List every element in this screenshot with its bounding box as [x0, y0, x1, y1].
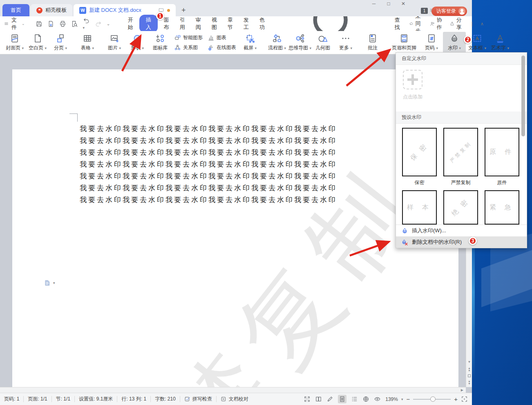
menu-item-insert-watermark[interactable]: 插入水印(W)...: [396, 225, 527, 236]
ribbon-button-分页[interactable]: 分页 ▾: [49, 32, 72, 53]
ribbon-button-水印[interactable]: 水印 ▾2: [443, 32, 466, 53]
ribbon-button-思维导图[interactable]: 思维导图 ▾: [288, 32, 311, 53]
view-mode-outline[interactable]: [351, 396, 358, 403]
preset-thumbnail[interactable]: 严禁复制: [443, 128, 478, 176]
status-item[interactable]: 节: 1/1: [56, 396, 70, 403]
print-button[interactable]: [59, 20, 66, 27]
status-item[interactable]: 页面: 1/1: [28, 396, 47, 403]
preset-grid-row2: 样 本绝 密紧 急: [396, 186, 527, 225]
view-mode-eye-protection[interactable]: [374, 396, 381, 403]
close-button[interactable]: ✕: [400, 1, 407, 7]
undo-button[interactable]: ▾: [83, 17, 90, 30]
divider: [51, 396, 52, 402]
ribbon-tab-插入[interactable]: 插入1: [139, 15, 158, 33]
proofread-button[interactable]: 文档校对: [221, 396, 248, 403]
view-mode-two-page[interactable]: [315, 396, 322, 403]
document-page[interactable]: 严禁复制 我要去水印我要去水印我要去水印我要去水印我要去水印我要去水印我要去水印…: [12, 69, 458, 393]
scroll-right-icon[interactable]: ▶: [461, 388, 463, 392]
ribbon-tab-审阅[interactable]: 审阅: [191, 15, 206, 33]
collapse-ribbon-button[interactable]: ∧: [481, 21, 484, 27]
ribbon-button-几何图[interactable]: 几何图: [311, 32, 334, 53]
export-icon: [47, 20, 54, 27]
ribbon-button-空白页[interactable]: 空白页 ▾: [26, 32, 49, 53]
preset-thumbnail[interactable]: 绝 密: [443, 190, 478, 225]
ribbon-button-艺术字[interactable]: 艺术字 ▾: [489, 32, 512, 53]
ribbon-tab-章节[interactable]: 章节: [223, 15, 237, 33]
ribbon-button-智能图形[interactable]: 智能图形: [174, 34, 203, 41]
ribbon-button-更多[interactable]: 更多 ▾: [334, 32, 357, 53]
document-text[interactable]: 我要去水印我要去水印我要去水印我要去水印我要去水印我要去水印我要去水印我要去水印…: [80, 123, 337, 206]
preset-thumbnail[interactable]: 样 本: [402, 190, 437, 225]
save-button[interactable]: [36, 20, 42, 27]
preset-watermark-严禁复制[interactable]: 严禁复制严禁复制: [442, 128, 479, 186]
toolbar-collapse-icon[interactable]: ⌄: [107, 21, 110, 27]
paste-options-button[interactable]: ▾: [44, 280, 55, 286]
view-mode-web-layout[interactable]: [362, 396, 369, 403]
view-mode-ink[interactable]: [326, 396, 333, 403]
print-preview-icon: [71, 20, 78, 27]
preset-thumbnail[interactable]: 保 密: [402, 128, 437, 176]
preset-watermark-紧急[interactable]: 紧 急: [483, 190, 521, 225]
ribbon-button-label: 形状 ▾: [131, 45, 144, 51]
ribbon-button-页码[interactable]: 页码 ▾: [420, 32, 443, 53]
ribbon-button-图片[interactable]: 图片 ▾: [103, 32, 126, 53]
tab-docer-template[interactable]: ❝ 稻壳模板: [31, 4, 72, 16]
menu-item-remove-watermark[interactable]: 删除文档中的水印(R)3: [396, 236, 527, 248]
status-item[interactable]: 页码: 1: [4, 396, 19, 403]
scroll-down-icon[interactable]: ▼: [468, 360, 471, 364]
ribbon-tab-开始[interactable]: 开始: [123, 15, 138, 33]
next-page-button[interactable]: ▼▼: [468, 381, 471, 385]
preset-watermark-原件[interactable]: 原 件原件: [483, 128, 521, 186]
select-browse-object-button[interactable]: [468, 374, 471, 377]
more-menu-button[interactable]: ⋮: [469, 21, 475, 27]
panel-scrollbar-thumb[interactable]: [521, 56, 525, 136]
ribbon-button-图表[interactable]: 图表: [208, 34, 236, 41]
preset-watermark-保密[interactable]: 保 密保密: [401, 128, 438, 186]
maximize-button[interactable]: □: [385, 1, 392, 7]
preset-watermark-样本[interactable]: 样 本: [401, 190, 438, 225]
ribbon-button-label: 页码 ▾: [425, 45, 438, 51]
ribbon-tab-视图[interactable]: 视图: [207, 15, 221, 33]
ribbon-button-表格[interactable]: 表格 ▾: [76, 32, 99, 53]
ribbon-button-页眉和页脚[interactable]: 页眉和页脚: [388, 32, 420, 53]
zoom-slider[interactable]: [413, 399, 451, 400]
spell-check-button[interactable]: 拼写检查: [184, 396, 212, 403]
ribbon-button-关系图[interactable]: 关系图: [174, 44, 203, 51]
ribbon-button-图标库[interactable]: 图标库: [149, 32, 172, 53]
scroll-nav: ▼ ▲▲ ▼▼: [466, 360, 472, 385]
preset-thumbnail[interactable]: 紧 急: [485, 190, 519, 225]
ribbon-button-label: 水印 ▾: [448, 45, 461, 51]
collaborate-button[interactable]: 协作: [430, 16, 444, 31]
ribbon-button-形状[interactable]: 形状 ▾: [126, 32, 149, 53]
view-mode-fullscreen[interactable]: [304, 396, 311, 403]
zoom-value[interactable]: 139%: [385, 396, 398, 402]
guest-login-button[interactable]: 访客登录: [431, 7, 467, 16]
zoom-out-button[interactable]: −: [406, 396, 410, 403]
ribbon-button-在线图表[interactable]: 在线图表: [208, 44, 236, 51]
preset-thumbnail[interactable]: 原 件: [485, 128, 519, 176]
status-item[interactable]: 设置值: 9.1厘米: [79, 396, 113, 403]
preset-watermark-绝密[interactable]: 绝 密: [442, 190, 479, 225]
ribbon-button-截屏[interactable]: 截屏 ▾: [239, 32, 262, 53]
print-preview-button[interactable]: [71, 20, 78, 27]
ribbon-button-流程图[interactable]: 流程图 ▾: [266, 32, 288, 53]
file-menu[interactable]: 文件 ⌄: [4, 16, 25, 31]
new-tab-button[interactable]: +: [181, 6, 186, 15]
fit-page-icon[interactable]: [461, 396, 468, 403]
zoom-in-button[interactable]: +: [454, 396, 458, 403]
view-mode-page-view[interactable]: [338, 395, 346, 403]
tab-home[interactable]: 首页: [2, 4, 29, 16]
share-button[interactable]: 分享: [450, 16, 464, 31]
previous-page-button[interactable]: ▲▲: [468, 367, 471, 371]
ribbon-button-封面页[interactable]: 封面页 ▾: [3, 32, 26, 53]
status-left: 页码: 1页面: 1/1节: 1/1设置值: 9.1厘米行: 13 列: 1字数…: [4, 396, 176, 403]
ribbon-button-批注[interactable]: 批注: [361, 32, 384, 53]
ribbon-tab-引用[interactable]: 引用: [175, 15, 190, 33]
export-button[interactable]: [47, 20, 54, 27]
minimize-button[interactable]: ─: [371, 1, 377, 7]
zoom-slider-handle[interactable]: [430, 396, 436, 402]
status-item[interactable]: 行: 13 列: 1: [121, 396, 146, 403]
add-watermark-button[interactable]: [403, 70, 422, 89]
horizontal-scrollbar[interactable]: ▶: [0, 387, 466, 393]
status-item[interactable]: 字数: 210: [155, 396, 176, 403]
